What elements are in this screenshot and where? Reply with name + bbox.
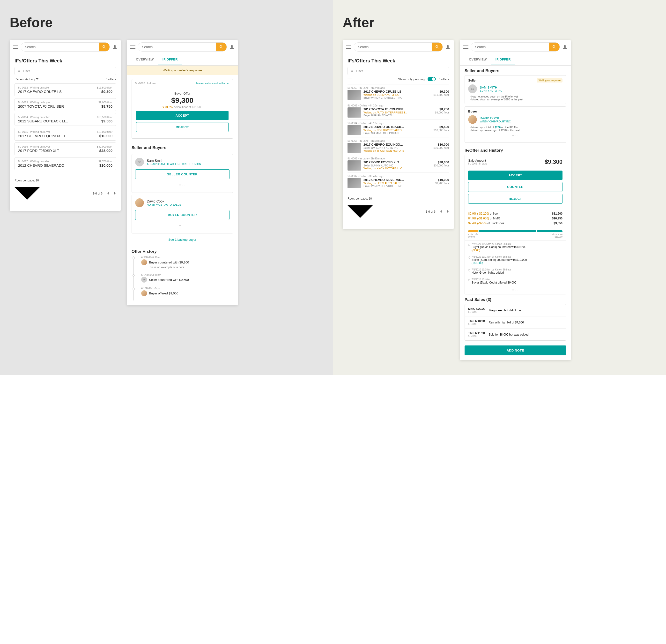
seller-org: ADR/SPOKANE TEACHERS CREDIT UNION xyxy=(147,162,201,166)
next-page[interactable] xyxy=(113,192,116,195)
recent-activity-dropdown[interactable]: Recent Activity xyxy=(15,77,38,81)
chevron-left-icon xyxy=(107,192,109,194)
rows-select[interactable]: 10 xyxy=(15,179,40,208)
show-pending-label: Show only pending xyxy=(398,77,425,81)
list-item[interactable]: 5L-0066 · Waiting on buyer$30,000 floor2… xyxy=(15,142,116,155)
prev-page[interactable] xyxy=(107,192,109,195)
profile-icon[interactable] xyxy=(112,44,118,50)
accept-button[interactable]: ACCEPT xyxy=(136,111,229,120)
seller-name[interactable]: SAM SMITH xyxy=(480,86,502,89)
list-item[interactable]: 5L-0063 · Waiting on buyer$9,000 floor20… xyxy=(15,98,116,111)
menu-icon[interactable] xyxy=(463,45,469,49)
offer-id: 5L-0062 · In-Lane xyxy=(135,82,156,85)
search-input[interactable] xyxy=(354,45,432,49)
seller-name: Sam Smith xyxy=(147,159,201,162)
list-item[interactable]: 5L-0067 · Online · 3h 41m ago2012 CHEVRO… xyxy=(348,173,449,190)
seller-counter-button[interactable]: SELLER COUNTER xyxy=(135,169,229,179)
chevron-down-icon xyxy=(348,200,373,225)
market-values-link[interactable]: Market values and seller net xyxy=(196,82,229,85)
filter-input[interactable]: Filter xyxy=(15,67,116,75)
past-sale-row: Thu, 6/11/205L-0092Sold for $8,000 but w… xyxy=(465,329,566,341)
list-item[interactable]: 5L-0064 · Waiting on seller$10,500 floor… xyxy=(15,113,116,126)
search-button[interactable] xyxy=(216,42,227,51)
waiting-badge: Waiting on response xyxy=(537,79,562,83)
reject-button[interactable]: REJECT xyxy=(468,194,562,204)
search-field[interactable] xyxy=(21,42,110,52)
history-item: 7/2/2020 11:23am by Kanon ShibataSeller … xyxy=(465,254,566,266)
search-field[interactable] xyxy=(471,42,560,52)
menu-icon[interactable] xyxy=(346,45,351,49)
history-item: 7/2/2020 10:46amBuyer (David Cook) offer… xyxy=(465,276,566,286)
profile-icon[interactable] xyxy=(229,44,234,50)
chevron-left-icon xyxy=(440,210,442,213)
search-input[interactable] xyxy=(138,45,216,49)
profile-icon[interactable] xyxy=(445,44,451,50)
seller-buyers-title: Seller and Buyers xyxy=(127,142,238,152)
buyer-block: Buyer DAVID COOK WINDY CHEVROLET INC Mov… xyxy=(465,106,566,143)
pagination: Rows per page: 10 1-6 of 6 xyxy=(343,194,454,229)
profile-icon[interactable] xyxy=(562,44,567,50)
past-sales-list: Mon, 6/22/205L-0092Registered but didn't… xyxy=(465,304,566,341)
list-item[interactable]: 5L-0066 · In-Lane · 3h 47m ago2017 FORD … xyxy=(348,155,449,173)
chevron-right-icon xyxy=(113,192,116,194)
topbar xyxy=(460,40,571,54)
tab-ifoffer[interactable]: IF/OFFER xyxy=(158,54,182,65)
add-note-button[interactable]: ADD NOTE xyxy=(465,346,566,355)
page-range: 1-6 of 6 xyxy=(93,192,103,195)
pending-toggle[interactable] xyxy=(427,77,436,81)
buyer-counter-button[interactable]: BUYER COUNTER xyxy=(135,210,229,220)
menu-icon[interactable] xyxy=(13,45,18,49)
avatar: SS xyxy=(468,84,477,93)
list-item[interactable]: 5L-0063 · Online · 4h 20m ago2017 TOYOTA… xyxy=(348,102,449,120)
tab-overview[interactable]: OVERVIEW xyxy=(465,54,491,65)
list-item[interactable]: 5L-0065 · Waiting on buyer$10,000 floor2… xyxy=(15,128,116,141)
accept-button[interactable]: ACCEPT xyxy=(468,171,562,180)
history-item: 6/1/2020 1:04pmBuyer offered $9,000 xyxy=(132,287,233,300)
carousel-dots: •·· xyxy=(468,132,562,140)
menu-icon[interactable] xyxy=(130,45,136,49)
offer-amount: $9,300 xyxy=(136,96,229,105)
search-input[interactable] xyxy=(21,45,99,49)
buyer-org[interactable]: WINDY CHEVROLET INC xyxy=(480,120,511,123)
page-title: IFs/Offers This Week xyxy=(15,58,116,64)
seller-buyers-title: Seller and Buyers xyxy=(460,66,571,75)
after-panel: After IFs/Offers This Week Filter xyxy=(333,0,666,375)
prev-page[interactable] xyxy=(440,210,442,213)
list-item[interactable]: 5L-0062 · Waiting on seller$11,500 floor… xyxy=(15,84,116,96)
search-input[interactable] xyxy=(471,45,549,49)
seller-block: Seller Waiting on response SS SAM SMITH … xyxy=(465,75,566,104)
list-item[interactable]: 5L-0062 · In-Lane · 4h 24m ago2017 CHEVR… xyxy=(348,84,449,102)
avatar: SS xyxy=(135,158,144,167)
offer-card: 5L-0062 · In-Lane Market values and sell… xyxy=(132,79,233,139)
vehicle-thumb xyxy=(348,178,361,188)
sort-icon[interactable] xyxy=(348,78,352,80)
search-button[interactable] xyxy=(549,42,560,51)
offers-count: 6 offers xyxy=(439,77,449,81)
rows-select[interactable]: 10 xyxy=(348,197,373,226)
tab-ifoffer[interactable]: IF/OFFER xyxy=(491,54,515,65)
counter-button[interactable]: COUNTER xyxy=(468,182,562,192)
search-button[interactable] xyxy=(99,42,109,51)
seller-org[interactable]: SUNNY AUTO INC xyxy=(480,89,502,92)
next-page[interactable] xyxy=(446,210,449,213)
list-item[interactable]: 5L-0065 · In-Lane · 3h 58m ago2017 CHEVR… xyxy=(348,137,449,155)
avatar xyxy=(135,198,144,207)
search-icon xyxy=(435,45,439,49)
tab-overview[interactable]: OVERVIEW xyxy=(132,54,158,65)
after-title: After xyxy=(343,15,656,30)
search-icon xyxy=(219,45,224,49)
list-item[interactable]: 5L-0067 · Waiting on seller$9,700 floor2… xyxy=(15,157,116,170)
tabs: OVERVIEW IF/OFFER xyxy=(460,54,571,66)
buyer-name[interactable]: DAVID COOK xyxy=(480,116,511,120)
search-button[interactable] xyxy=(432,42,442,51)
after-list-phone: IFs/Offers This Week Filter Show only pe… xyxy=(343,40,454,229)
vehicle-thumb xyxy=(348,125,361,135)
search-icon xyxy=(102,45,106,49)
search-field[interactable] xyxy=(354,42,443,52)
search-field[interactable] xyxy=(138,42,227,52)
list-item[interactable]: 5L-0064 · Online · 4h 12m ago2012 SUBARU… xyxy=(348,120,449,137)
filter-input[interactable]: Filter xyxy=(348,67,449,75)
backup-buyer-link[interactable]: See 1 backup buyer xyxy=(127,236,238,246)
history-item: 7/2/2020 11:26am by Kanon ShibataBuyer (… xyxy=(465,241,566,254)
reject-button[interactable]: REJECT xyxy=(136,122,229,132)
